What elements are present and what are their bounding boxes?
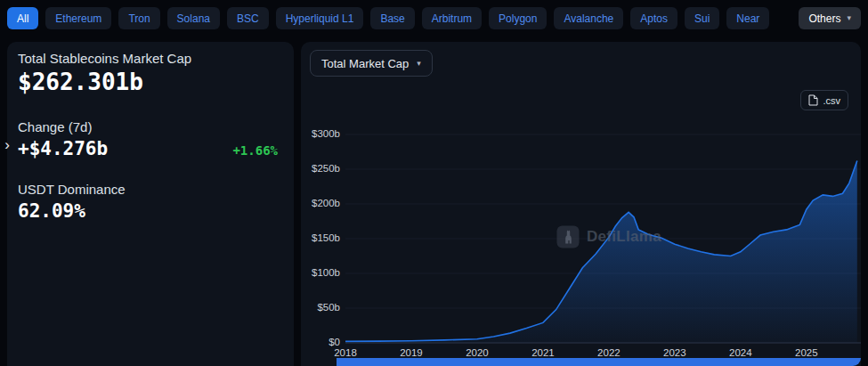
change-row: +$4.276b +1.66% (18, 138, 283, 160)
chain-filter-bsc[interactable]: BSC (227, 7, 269, 29)
chain-filter-near[interactable]: Near (726, 7, 769, 29)
chain-filter-hyperliquid-l1[interactable]: Hyperliquid L1 (276, 7, 364, 29)
y-tick-label: $50b (301, 302, 340, 313)
csv-label: .csv (823, 95, 840, 106)
change-label: Change (7d) (18, 119, 283, 134)
others-dropdown-button[interactable]: Others ▾ (799, 7, 861, 29)
watermark: DefiLlama (556, 225, 661, 248)
market-cap-label: Total Stablecoins Market Cap (18, 51, 283, 66)
x-tick-label: 2023 (657, 347, 693, 358)
metric-selector-button[interactable]: Total Market Cap ▾ (310, 50, 433, 77)
chain-filter-aptos[interactable]: Aptos (630, 7, 677, 29)
metric-selector-label: Total Market Cap (321, 57, 409, 70)
chain-filter-solana[interactable]: Solana (167, 7, 220, 29)
chain-filter-polygon[interactable]: Polygon (489, 7, 547, 29)
y-tick-label: $100b (301, 267, 340, 278)
market-cap-value: $262.301b (18, 69, 283, 96)
market-cap-area-chart (301, 42, 861, 366)
x-tick-label: 2021 (525, 347, 561, 358)
chain-filter-sui[interactable]: Sui (685, 7, 719, 29)
y-tick-label: $150b (301, 232, 340, 243)
x-tick-label: 2019 (393, 347, 429, 358)
chain-filter-ethereum[interactable]: Ethereum (45, 7, 111, 29)
chevron-down-icon: ▾ (847, 14, 851, 22)
chain-filter-base[interactable]: Base (370, 7, 414, 29)
watermark-text: DefiLlama (587, 228, 661, 246)
stats-panel: Total Stablecoins Market Cap $262.301b C… (7, 42, 294, 366)
defillama-logo-icon (556, 225, 580, 248)
y-tick-label: $0 (301, 337, 340, 347)
y-tick-label: $300b (301, 128, 340, 139)
chain-filter-all[interactable]: All (7, 7, 38, 29)
dominance-value: 62.09% (18, 200, 283, 223)
x-axis-labels: 20182019202020212022202320242025 (301, 42, 861, 366)
x-tick-label: 2024 (723, 347, 758, 358)
change-value: +$4.276b (18, 138, 108, 160)
download-csv-button[interactable]: .csv (800, 90, 848, 110)
area-fill (345, 161, 857, 343)
series-line (345, 161, 857, 342)
x-tick-label: 2018 (328, 347, 363, 358)
chain-filter-arbitrum[interactable]: Arbitrum (422, 7, 482, 29)
chain-filter-bar: AllEthereumTronSolanaBSCHyperliquid L1Ba… (7, 7, 861, 29)
gridlines (345, 134, 861, 308)
collapse-panel-chevron-icon[interactable]: › (1, 135, 13, 155)
y-tick-label: $200b (301, 198, 340, 208)
y-axis-labels: $300b$250b$200b$150b$100b$50b$0 (301, 42, 861, 366)
chevron-down-icon: ▾ (417, 60, 421, 68)
dominance-label: USDT Dominance (18, 182, 283, 197)
chain-filter-list: AllEthereumTronSolanaBSCHyperliquid L1Ba… (7, 7, 769, 29)
chain-filter-avalanche[interactable]: Avalanche (554, 7, 623, 29)
change-percent: +1.66% (232, 143, 278, 158)
x-tick-label: 2020 (459, 347, 495, 358)
file-icon (808, 94, 818, 106)
chain-filter-tron[interactable]: Tron (118, 7, 159, 29)
x-tick-label: 2022 (591, 347, 627, 358)
datazoom-slider[interactable] (337, 358, 861, 366)
others-label: Others (808, 12, 840, 25)
chart-panel: Total Market Cap ▾ .csv $300b$250b$200b$… (301, 42, 861, 366)
x-tick-label: 2025 (789, 347, 824, 358)
y-tick-label: $250b (301, 163, 340, 174)
